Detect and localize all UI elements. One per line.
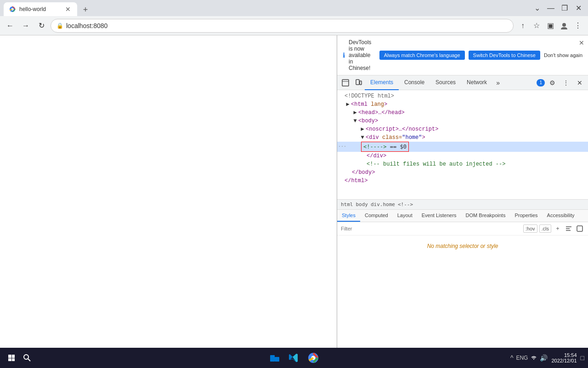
body-tag: <body> bbox=[358, 117, 378, 125]
toggle-icon bbox=[576, 225, 583, 232]
tab-sources[interactable]: Sources bbox=[430, 75, 461, 90]
url-bar[interactable]: 🔒 localhost:8080 bbox=[51, 19, 514, 33]
file-explorer-taskbar-button[interactable] bbox=[267, 350, 283, 366]
active-tab[interactable]: hello-world ✕ bbox=[4, 2, 77, 16]
lang-indicator[interactable]: ENG bbox=[516, 355, 528, 361]
more-options-button[interactable]: ⋮ bbox=[560, 76, 572, 89]
breadcrumb-comment[interactable]: <!--> bbox=[398, 201, 413, 207]
always-match-language-button[interactable]: Always match Chrome's language bbox=[379, 51, 465, 60]
style-tab-styles[interactable]: Styles bbox=[337, 210, 360, 222]
issues-badge[interactable]: 1 bbox=[537, 79, 545, 86]
breadcrumb-div-home[interactable]: div.home bbox=[371, 201, 395, 207]
style-tab-accessibility[interactable]: Accessibility bbox=[543, 210, 579, 222]
tab-close-button[interactable]: ✕ bbox=[64, 6, 72, 13]
tab-favicon bbox=[9, 6, 16, 12]
tray-expand-icon[interactable]: ^ bbox=[510, 354, 514, 362]
vscode-taskbar-button[interactable] bbox=[286, 350, 302, 366]
volume-icon[interactable]: 🔊 bbox=[540, 354, 548, 362]
close-button[interactable]: ✕ bbox=[572, 2, 584, 14]
svg-rect-5 bbox=[356, 80, 359, 85]
profile-button[interactable] bbox=[558, 19, 571, 32]
search-button[interactable] bbox=[19, 350, 35, 366]
main-content bbox=[0, 35, 337, 348]
inspect-element-button[interactable] bbox=[339, 76, 352, 89]
sidebar-toggle-button[interactable]: ▣ bbox=[544, 19, 557, 32]
dont-show-again-button[interactable]: Don't show again bbox=[544, 52, 582, 58]
chrome-taskbar-button[interactable] bbox=[305, 350, 321, 366]
html-close-tag: </html> bbox=[345, 177, 368, 185]
dom-line-div-close[interactable]: </div> bbox=[337, 152, 588, 160]
chrome-icon bbox=[308, 352, 319, 363]
hov-filter-button[interactable]: :hov bbox=[523, 224, 537, 233]
bookmark-button[interactable]: ☆ bbox=[530, 19, 543, 32]
devtools-panel: ℹ DevTools is now available in Chinese! … bbox=[337, 35, 588, 348]
style-tab-dom-breakpoints[interactable]: DOM Breakpoints bbox=[461, 210, 510, 222]
profile-icon bbox=[560, 22, 568, 30]
new-tab-button[interactable]: + bbox=[79, 3, 92, 16]
filter-bar: :hov .cls + bbox=[337, 222, 588, 236]
head-triangle[interactable]: ▶ bbox=[352, 109, 358, 117]
style-tab-event-listeners[interactable]: Event Listeners bbox=[417, 210, 461, 222]
tab-elements[interactable]: Elements bbox=[365, 75, 399, 90]
tab-console[interactable]: Console bbox=[399, 75, 430, 90]
line-dots: ··· bbox=[338, 143, 346, 151]
style-tab-properties[interactable]: Properties bbox=[510, 210, 542, 222]
notification-close-button[interactable]: ✕ bbox=[579, 39, 584, 46]
lock-icon: 🔒 bbox=[57, 23, 63, 29]
no-matching-style-text: No matching selector or style bbox=[341, 239, 584, 253]
forward-button[interactable]: → bbox=[19, 19, 32, 32]
maximize-button[interactable]: ❐ bbox=[559, 2, 571, 14]
back-button[interactable]: ← bbox=[4, 19, 17, 32]
dom-line-body-open[interactable]: ▼ <body> bbox=[337, 117, 588, 125]
dom-line-html-close[interactable]: </html> bbox=[337, 177, 588, 185]
taskbar-clock[interactable]: 15:54 2022/12/01 bbox=[551, 352, 577, 363]
dom-line-doctype[interactable]: <!DOCTYPE html> bbox=[337, 92, 588, 100]
html-triangle[interactable]: ▶ bbox=[345, 100, 351, 109]
menu-button[interactable]: ⋮ bbox=[571, 19, 584, 32]
system-tray-icons: ^ ENG 🔊 bbox=[510, 354, 548, 362]
div-home-triangle[interactable]: ▼ bbox=[359, 133, 366, 142]
device-icon bbox=[355, 79, 362, 86]
start-button[interactable] bbox=[4, 350, 19, 366]
dom-line-auto-inject[interactable]: <!-- built files will be auto injected -… bbox=[337, 160, 588, 168]
switch-to-chinese-button[interactable]: Switch DevTools to Chinese bbox=[469, 51, 540, 60]
tab-network[interactable]: Network bbox=[461, 75, 492, 90]
more-tabs-button[interactable]: » bbox=[492, 76, 503, 89]
dom-line-comment-selected[interactable]: ··· <!----> == $0 bbox=[337, 142, 588, 152]
dom-line-div-home[interactable]: ▼ <div class="home"> bbox=[337, 133, 588, 142]
svg-rect-6 bbox=[360, 81, 362, 85]
settings-button[interactable]: ⚙ bbox=[546, 76, 559, 89]
tab-list-button[interactable]: ⌄ bbox=[531, 2, 543, 14]
body-triangle[interactable]: ▼ bbox=[352, 117, 358, 125]
breadcrumb-body[interactable]: body bbox=[356, 201, 368, 207]
share-button[interactable]: ↑ bbox=[516, 19, 529, 32]
dom-line-noscript[interactable]: ▶ <noscript>…</noscript> bbox=[337, 125, 588, 133]
style-tab-layout[interactable]: Layout bbox=[393, 210, 417, 222]
noscript-triangle[interactable]: ▶ bbox=[359, 125, 366, 133]
close-devtools-button[interactable]: ✕ bbox=[573, 76, 586, 89]
cls-filter-button[interactable]: .cls bbox=[539, 224, 552, 233]
breadcrumb-html[interactable]: html bbox=[341, 201, 353, 207]
device-toolbar-button[interactable] bbox=[352, 76, 365, 89]
filter-input[interactable] bbox=[341, 226, 521, 231]
doctype-text: <!DOCTYPE html> bbox=[345, 92, 394, 100]
content-area: ℹ DevTools is now available in Chinese! … bbox=[0, 35, 588, 348]
dom-line-html[interactable]: ▶ <html lang> bbox=[337, 100, 588, 109]
dom-line-body-close[interactable]: </body> bbox=[337, 168, 588, 177]
devtools-notification: ℹ DevTools is now available in Chinese! … bbox=[337, 35, 588, 75]
div-home-tag: <div class="home"> bbox=[366, 133, 425, 142]
notification-button[interactable]: □ bbox=[581, 354, 584, 362]
dom-line-head[interactable]: ▶ <head>…</head> bbox=[337, 109, 588, 117]
tab-title: hello-world bbox=[19, 6, 61, 12]
toggle-element-state-button[interactable] bbox=[575, 224, 584, 233]
add-style-rule-button[interactable]: + bbox=[553, 224, 562, 233]
reload-button[interactable]: ↻ bbox=[35, 19, 48, 32]
minimize-button[interactable]: — bbox=[545, 2, 557, 14]
network-icon[interactable] bbox=[531, 354, 537, 362]
body-close-tag: </body> bbox=[352, 168, 375, 177]
new-style-rule-button[interactable] bbox=[564, 224, 573, 233]
html-tag: <html lang> bbox=[351, 100, 387, 109]
dom-tree[interactable]: <!DOCTYPE html> ▶ <html lang> ▶ <head>…<… bbox=[337, 90, 588, 199]
address-bar: ← → ↻ 🔒 localhost:8080 ↑ ☆ ▣ ⋮ bbox=[0, 16, 588, 35]
style-tab-computed[interactable]: Computed bbox=[360, 210, 393, 222]
